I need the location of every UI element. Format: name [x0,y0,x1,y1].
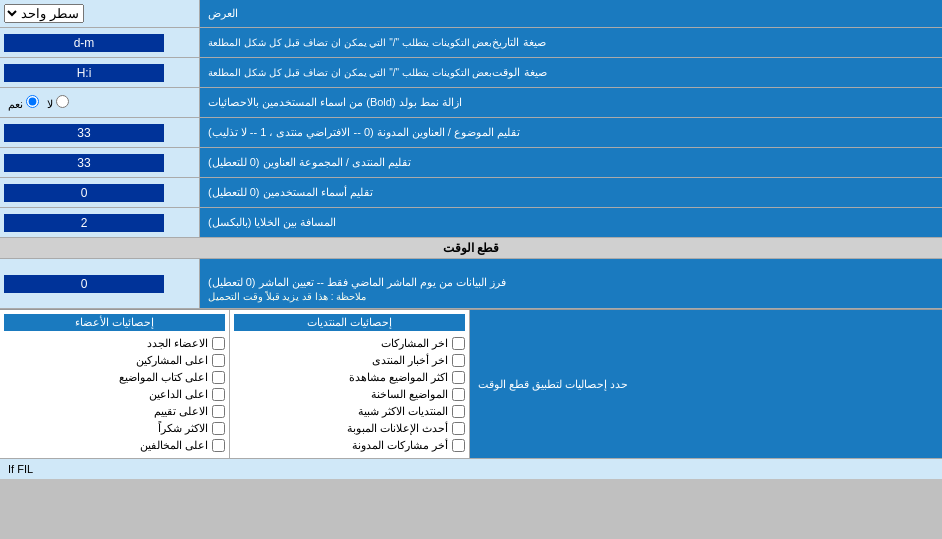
forum-group-row: تقليم المنتدى / المجموعة العناوين (0 للت… [0,148,942,178]
member-checkbox-4[interactable] [212,388,225,401]
participations-title: إحصائيات المنتديات [234,314,465,331]
cells-spacing-input[interactable] [4,214,164,232]
forum-group-input[interactable] [4,154,164,172]
date-format-input-container [0,28,200,57]
stats-bottom-section: حدد إحصاليات لتطبيق قطع الوقت إحصائيات ا… [0,309,942,458]
forums-order-input-container [0,118,200,147]
users-trim-row: تقليم أسماء المستخدمين (0 للتعطيل) [0,178,942,208]
time-cut-label: فرز البيانات من يوم الماشر الماضي فقط --… [200,259,942,308]
bold-no-label: لا [47,95,69,111]
bold-remove-control: لا نعم [0,88,200,117]
stat-item-1: اخر المشاركات [234,335,465,352]
members-title: إحصائيات الأعضاء [4,314,225,331]
member-item-1: الاعضاء الجدد [4,335,225,352]
member-checkbox-2[interactable] [212,354,225,367]
date-format-label: صيغة التاريخ بعض التكوينات يتطلب "/" الت… [200,28,942,57]
display-label: العرض [200,0,942,27]
if-fil-label: If FIL [0,458,942,479]
time-cut-header: قطع الوقت [0,238,942,259]
time-format-input-container [0,58,200,87]
participations-stats: إحصائيات المنتديات اخر المشاركات اخر أخب… [230,310,470,458]
stat-checkbox-5[interactable] [452,405,465,418]
bold-yes-radio[interactable] [26,95,39,108]
time-cut-input[interactable] [4,275,164,293]
stat-item-2: اخر أخبار المنتدى [234,352,465,369]
stat-checkbox-6[interactable] [452,422,465,435]
bold-remove-row: ازالة نمط بولد (Bold) من اسماء المستخدمي… [0,88,942,118]
member-checkbox-3[interactable] [212,371,225,384]
member-checkbox-1[interactable] [212,337,225,350]
forum-group-input-container [0,148,200,177]
display-row: العرض سطر واحد [0,0,942,28]
line-mode-control[interactable]: سطر واحد [0,0,200,27]
stat-checkbox-3[interactable] [452,371,465,384]
member-checkbox-7[interactable] [212,439,225,452]
member-item-7: اعلى المخالفين [4,437,225,454]
cells-spacing-input-container [0,208,200,237]
forums-order-row: تقليم الموضوع / العناوين المدونة (0 -- ا… [0,118,942,148]
stat-item-7: أخر مشاركات المدونة [234,437,465,454]
time-cut-input-container [0,259,200,308]
member-checkbox-6[interactable] [212,422,225,435]
stat-item-3: اكثر المواضيع مشاهدة [234,369,465,386]
stat-item-4: المواضيع الساخنة [234,386,465,403]
main-container: العرض سطر واحد صيغة التاريخ بعض التكوينا… [0,0,942,479]
member-item-2: اعلى المشاركين [4,352,225,369]
stat-checkbox-1[interactable] [452,337,465,350]
time-format-row: صيغة الوقت بعض التكوينات يتطلب "/" التي … [0,58,942,88]
forum-group-label: تقليم المنتدى / المجموعة العناوين (0 للت… [200,148,942,177]
forums-order-label: تقليم الموضوع / العناوين المدونة (0 -- ا… [200,118,942,147]
bold-remove-label: ازالة نمط بولد (Bold) من اسماء المستخدمي… [200,88,942,117]
cells-spacing-label: المسافة بين الخلايا (بالبكسل) [200,208,942,237]
member-item-3: اعلى كتاب المواضيع [4,369,225,386]
member-checkbox-5[interactable] [212,405,225,418]
apply-stats-label: حدد إحصاليات لتطبيق قطع الوقت [470,310,942,458]
date-format-input[interactable] [4,34,164,52]
date-format-row: صيغة التاريخ بعض التكوينات يتطلب "/" الت… [0,28,942,58]
users-trim-input[interactable] [4,184,164,202]
stat-item-6: أحدث الإعلانات المبوبة [234,420,465,437]
cells-spacing-row: المسافة بين الخلايا (بالبكسل) [0,208,942,238]
time-cut-row: فرز البيانات من يوم الماشر الماضي فقط --… [0,259,942,309]
users-trim-label: تقليم أسماء المستخدمين (0 للتعطيل) [200,178,942,207]
members-stats: إحصائيات الأعضاء الاعضاء الجدد اعلى المش… [0,310,230,458]
stat-item-5: المنتديات الاكثر شبية [234,403,465,420]
bold-no-radio[interactable] [56,95,69,108]
time-format-label: صيغة الوقت بعض التكوينات يتطلب "/" التي … [200,58,942,87]
stat-checkbox-4[interactable] [452,388,465,401]
time-format-input[interactable] [4,64,164,82]
stat-checkbox-2[interactable] [452,354,465,367]
bold-yes-label: نعم [8,95,39,111]
line-mode-select[interactable]: سطر واحد [4,4,84,23]
forums-order-input[interactable] [4,124,164,142]
member-item-5: الاعلى تقييم [4,403,225,420]
member-item-4: اعلى الداعين [4,386,225,403]
member-item-6: الاكثر شكراً [4,420,225,437]
users-trim-input-container [0,178,200,207]
stat-checkbox-7[interactable] [452,439,465,452]
